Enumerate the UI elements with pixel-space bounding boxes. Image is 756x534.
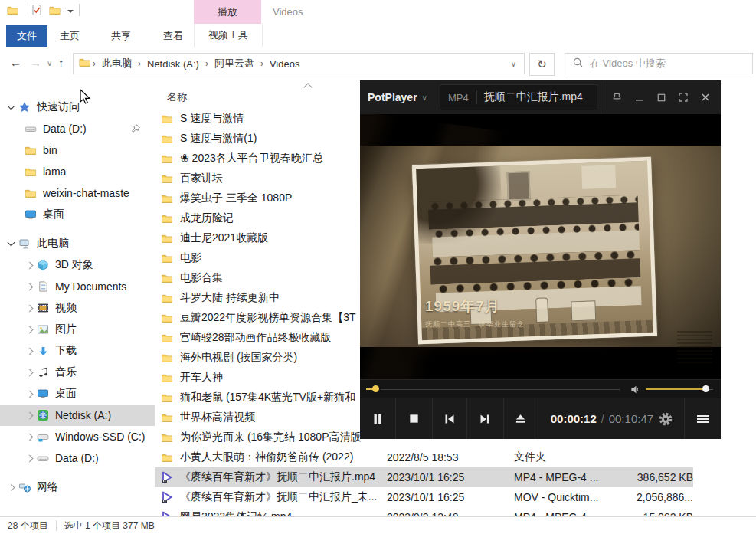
sidebar-item-this-pc[interactable]: 此电脑	[0, 233, 155, 254]
volume-speaker-icon[interactable]	[630, 384, 641, 398]
settings-gear-icon[interactable]	[658, 411, 673, 427]
properties-check-icon[interactable]	[31, 4, 43, 16]
tab-file[interactable]: 文件	[6, 25, 47, 47]
mouse-cursor	[80, 89, 92, 109]
volume-thumb[interactable]	[702, 385, 709, 392]
sidebar-item-label: lama	[43, 165, 66, 178]
always-on-top-pin-icon[interactable]	[611, 92, 623, 103]
next-button[interactable]	[467, 398, 504, 439]
sidebar-item-music[interactable]: 音乐	[0, 362, 155, 383]
playlist-menu-button[interactable]	[685, 398, 721, 439]
sidebar-item-videos[interactable]: 视频	[0, 297, 155, 319]
pc-icon	[17, 238, 32, 250]
sidebar-item-desktop-qa[interactable]: 桌面	[0, 204, 155, 225]
expander-icon[interactable]	[5, 485, 17, 490]
sidebar-item-data-d-pinned[interactable]: Data (D:)	[0, 118, 155, 139]
expander-icon[interactable]	[23, 327, 35, 333]
sidebar-item-weixin-chat[interactable]: weixin-chat-maste	[0, 182, 155, 204]
crumb-aliyun-drive[interactable]: 阿里云盘	[210, 57, 259, 70]
breadcrumb[interactable]: › 此电脑 › Netdisk (A:) › 阿里云盘 › Videos ∨	[73, 53, 525, 74]
time-display: 00:00:12 / 00:10:47	[538, 398, 685, 439]
sidebar-item-bin[interactable]: bin	[0, 139, 155, 161]
previous-button[interactable]	[433, 398, 467, 439]
tab-video-tools[interactable]: 视频工具	[194, 24, 263, 47]
sidebar-item-pictures[interactable]: 图片	[0, 319, 155, 340]
potplayer-titlebar[interactable]: PotPlayer ∨ MP4 抚顺二中汇报片.mp4	[360, 80, 721, 114]
customize-qat-dropdown-icon[interactable]	[67, 8, 74, 13]
sidebar-item-data-d[interactable]: Data (D:)	[0, 447, 155, 469]
sidebar-item-desktop[interactable]: 桌面	[0, 383, 155, 405]
pause-button[interactable]	[360, 398, 396, 439]
folder-icon[interactable]	[6, 5, 19, 16]
maximize-icon[interactable]	[656, 93, 666, 103]
fullscreen-icon[interactable]	[678, 92, 689, 103]
video-overlay-subtitle: 抚顺二中高三二班毕业生留念	[425, 319, 525, 329]
crumb-videos[interactable]: Videos	[265, 58, 305, 70]
expander-icon[interactable]	[23, 263, 35, 268]
expander-icon[interactable]	[23, 284, 35, 290]
stop-button[interactable]	[396, 398, 433, 439]
sidebar-item-windows-ssd[interactable]: Windows-SSD (C:)	[0, 426, 155, 447]
up-icon[interactable]: ↑	[58, 56, 64, 69]
folder-icon	[161, 411, 175, 424]
expander-icon[interactable]	[23, 456, 35, 461]
potplayer-window: PotPlayer ∨ MP4 抚顺二中汇报片.mp4 1959年7月	[360, 80, 721, 438]
expander-icon[interactable]	[23, 370, 35, 375]
folder-icon	[161, 172, 175, 185]
potplayer-file-icon	[161, 491, 175, 503]
picture-icon	[35, 323, 51, 336]
sidebar-item-label: bin	[43, 144, 57, 156]
status-divider	[56, 520, 57, 531]
search-box[interactable]: 在 Videos 中搜索	[565, 53, 753, 74]
total-time: 00:10:47	[609, 412, 653, 425]
back-icon[interactable]: ←	[10, 56, 21, 69]
file-row-selected[interactable]: 《赓续百年育新才》抚顺二中汇报片.mp42023/10/1 16:25MP4 -…	[155, 467, 693, 487]
potplayer-app-menu[interactable]: PotPlayer	[368, 91, 417, 103]
new-folder-icon[interactable]	[48, 5, 61, 16]
sidebar-item-label: 网络	[37, 480, 58, 494]
expander-icon[interactable]	[23, 349, 35, 354]
sort-ascending-icon[interactable]	[303, 83, 312, 91]
expander-icon[interactable]	[5, 242, 17, 245]
folder-icon	[23, 166, 38, 178]
contextual-group-play: 播放	[194, 0, 261, 24]
sidebar-item-downloads[interactable]: 下载	[0, 340, 155, 362]
expander-icon[interactable]	[23, 306, 35, 311]
open-eject-button[interactable]	[504, 398, 538, 439]
toolbar-separator	[79, 4, 80, 16]
sidebar-item-netdisk[interactable]: Netdisk (A:)	[0, 405, 155, 426]
search-placeholder: 在 Videos 中搜索	[590, 57, 666, 70]
file-row[interactable]: 小黄人大眼萌：神偷奶爸前传 (2022)2022/8/5 18:53文件夹	[155, 447, 693, 467]
address-dropdown-chevron-icon[interactable]: ∨	[511, 60, 516, 68]
format-badge: MP4	[440, 92, 476, 103]
drive-icon	[23, 123, 38, 135]
volume-bar[interactable]	[646, 388, 707, 390]
tab-share[interactable]: 共享	[111, 25, 131, 47]
expander-icon[interactable]	[23, 391, 35, 397]
sidebar-item-quick-access[interactable]: 快速访问	[0, 97, 155, 118]
seek-volume-row	[360, 379, 721, 398]
column-header-name[interactable]: 名称	[167, 90, 187, 104]
crumb-this-pc[interactable]: 此电脑	[97, 57, 136, 70]
expander-icon[interactable]	[23, 413, 35, 418]
sidebar-item-network[interactable]: 网络	[0, 477, 155, 498]
file-row[interactable]: 《赓续百年育新才》抚顺二中汇报片_未...2023/10/1 16:25MOV …	[155, 487, 693, 507]
sidebar-item-lama[interactable]: lama	[0, 161, 155, 182]
close-icon[interactable]	[700, 92, 711, 103]
video-overlay-title: 1959年7月	[425, 296, 500, 316]
crumb-netdisk[interactable]: Netdisk (A:)	[142, 58, 204, 70]
expander-icon[interactable]	[23, 434, 35, 440]
expander-icon[interactable]	[5, 106, 17, 109]
seek-thumb[interactable]	[372, 385, 379, 392]
forward-icon[interactable]: →	[30, 56, 41, 69]
window-title: Videos	[273, 6, 303, 18]
tab-view[interactable]: 查看	[163, 25, 183, 47]
refresh-button[interactable]: ↻	[529, 53, 555, 76]
sidebar-item-3d-objects[interactable]: 3D 对象	[0, 254, 155, 276]
sidebar-item-my-documents[interactable]: My Documents	[0, 276, 155, 297]
recent-locations-chevron-icon[interactable]: ∨	[47, 59, 52, 67]
tab-home[interactable]: 主页	[60, 25, 80, 47]
video-display-area[interactable]: 1959年7月 抚顺二中高三二班毕业生留念	[360, 114, 721, 379]
seek-bar[interactable]	[381, 389, 620, 391]
minimize-icon[interactable]	[634, 92, 645, 103]
